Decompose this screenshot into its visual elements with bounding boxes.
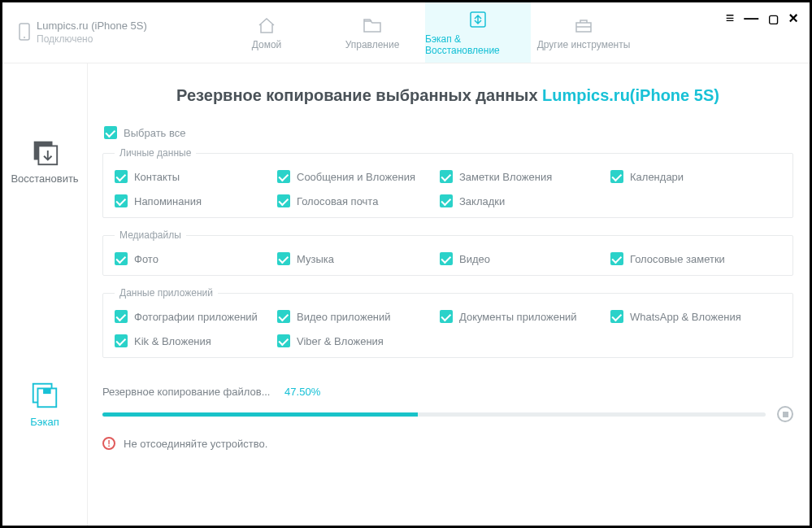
checkbox[interactable] bbox=[115, 170, 128, 183]
nav-backup-restore[interactable]: Бэкап & Восстановление bbox=[425, 2, 531, 63]
app-window: ≡ — ▢ × Lumpics.ru (iPhone 5S) Подключен… bbox=[0, 0, 812, 528]
checkbox[interactable] bbox=[115, 252, 128, 265]
opt-app-photos[interactable]: Фотографии приложений bbox=[115, 310, 277, 323]
checkbox[interactable] bbox=[277, 194, 290, 207]
stop-button[interactable] bbox=[777, 406, 793, 422]
checkbox[interactable] bbox=[440, 310, 453, 323]
opt-label: Напоминания bbox=[134, 195, 202, 207]
group-media-legend: Медиафайлы bbox=[115, 229, 186, 241]
opt-kik[interactable]: Kik & Вложения bbox=[115, 334, 277, 347]
opt-label: WhatsApp & Вложения bbox=[630, 311, 741, 323]
opt-label: Фото bbox=[134, 253, 158, 265]
opt-label: Музыка bbox=[297, 253, 334, 265]
opt-reminders[interactable]: Напоминания bbox=[115, 194, 277, 207]
folder-icon bbox=[362, 15, 383, 36]
warning-row: ! Не отсоединяйте устройство. bbox=[102, 437, 793, 450]
sidebar-restore-label: Восстановить bbox=[11, 172, 78, 185]
progress-text: Резервное копирование файлов... bbox=[102, 386, 270, 398]
checkbox[interactable] bbox=[115, 334, 128, 347]
opt-label: Видео приложений bbox=[297, 311, 391, 323]
maximize-button[interactable]: ▢ bbox=[768, 12, 779, 25]
select-all-label: Выбрать все bbox=[124, 127, 185, 139]
opt-label: Контакты bbox=[134, 171, 180, 183]
checkbox[interactable] bbox=[277, 252, 290, 265]
sidebar: Восстановить Бэкап bbox=[2, 63, 88, 526]
top-nav: Домой Управление Бэкап & Восстановление … bbox=[214, 2, 636, 63]
opt-label: Голосовые заметки bbox=[630, 253, 725, 265]
phone-icon bbox=[19, 23, 30, 43]
checkbox[interactable] bbox=[277, 310, 290, 323]
close-button[interactable]: × bbox=[788, 9, 798, 28]
progress-bar-fill bbox=[102, 412, 418, 417]
opt-photo[interactable]: Фото bbox=[115, 252, 277, 265]
group-apps: Данные приложений Фотографии приложений … bbox=[102, 287, 793, 358]
opt-calendars[interactable]: Календари bbox=[610, 170, 781, 183]
opt-label: Голосовая почта bbox=[297, 195, 378, 207]
device-info: Lumpics.ru (iPhone 5S) Подключено bbox=[2, 2, 214, 63]
sidebar-backup-label: Бэкап bbox=[30, 416, 59, 428]
heading-device: Lumpics.ru(iPhone 5S) bbox=[542, 86, 719, 104]
opt-messages[interactable]: Сообщения и Вложения bbox=[277, 170, 440, 183]
home-icon bbox=[256, 15, 277, 36]
nav-manage[interactable]: Управление bbox=[319, 2, 425, 63]
checkbox[interactable] bbox=[115, 310, 128, 323]
opt-video[interactable]: Видео bbox=[440, 252, 610, 265]
window-controls: ≡ — ▢ × bbox=[726, 9, 798, 28]
body: Восстановить Бэкап Резервное копирование… bbox=[2, 63, 810, 526]
opt-app-docs[interactable]: Документы приложений bbox=[440, 310, 610, 323]
sidebar-backup[interactable]: Бэкап bbox=[29, 380, 60, 428]
opt-voice-memos[interactable]: Голосовые заметки bbox=[610, 252, 781, 265]
nav-home[interactable]: Домой bbox=[214, 2, 319, 63]
group-personal-legend: Личные данные bbox=[115, 147, 196, 159]
device-status: Подключено bbox=[37, 33, 147, 46]
opt-label: Сообщения и Вложения bbox=[297, 171, 415, 183]
heading-prefix: Резервное копирование выбранных данных bbox=[176, 86, 542, 104]
minimize-button[interactable]: — bbox=[744, 10, 758, 27]
checkbox[interactable] bbox=[440, 170, 453, 183]
checkbox[interactable] bbox=[440, 194, 453, 207]
progress-area: Резервное копирование файлов... 47.50% !… bbox=[102, 386, 793, 450]
opt-label: Kik & Вложения bbox=[134, 335, 211, 347]
title-bar: Lumpics.ru (iPhone 5S) Подключено Домой … bbox=[2, 2, 810, 63]
opt-label: Заметки Вложения bbox=[459, 171, 552, 183]
checkbox[interactable] bbox=[277, 170, 290, 183]
opt-music[interactable]: Музыка bbox=[277, 252, 440, 265]
progress-label: Резервное копирование файлов... 47.50% bbox=[102, 386, 793, 398]
progress-bar bbox=[102, 412, 766, 417]
sidebar-restore[interactable]: Восстановить bbox=[11, 137, 78, 185]
opt-label: Видео bbox=[459, 253, 490, 265]
opt-viber[interactable]: Viber & Вложения bbox=[277, 334, 440, 347]
select-all-checkbox[interactable] bbox=[104, 126, 117, 139]
checkbox[interactable] bbox=[115, 194, 128, 207]
opt-label: Закладки bbox=[459, 195, 505, 207]
opt-voicemail[interactable]: Голосовая почта bbox=[277, 194, 440, 207]
device-name: Lumpics.ru (iPhone 5S) bbox=[37, 20, 147, 33]
warning-text: Не отсоединяйте устройство. bbox=[124, 438, 267, 450]
backup-icon bbox=[29, 380, 60, 411]
nav-manage-label: Управление bbox=[345, 39, 400, 50]
toolbox-icon bbox=[573, 15, 594, 36]
opt-notes[interactable]: Заметки Вложения bbox=[440, 170, 610, 183]
select-all-row[interactable]: Выбрать все bbox=[104, 126, 793, 139]
opt-label: Viber & Вложения bbox=[297, 335, 384, 347]
opt-bookmarks[interactable]: Закладки bbox=[440, 194, 610, 207]
opt-contacts[interactable]: Контакты bbox=[115, 170, 277, 183]
page-title: Резервное копирование выбранных данных L… bbox=[102, 86, 793, 105]
checkbox[interactable] bbox=[440, 252, 453, 265]
warning-icon: ! bbox=[102, 437, 115, 450]
checkbox[interactable] bbox=[277, 334, 290, 347]
opt-app-videos[interactable]: Видео приложений bbox=[277, 310, 440, 323]
opt-whatsapp[interactable]: WhatsApp & Вложения bbox=[610, 310, 781, 323]
group-media: Медиафайлы Фото Музыка Видео Голосовые з… bbox=[102, 229, 793, 276]
backup-restore-icon bbox=[467, 9, 489, 30]
nav-tools[interactable]: Другие инструменты bbox=[531, 2, 636, 63]
checkbox[interactable] bbox=[610, 252, 623, 265]
menu-icon[interactable]: ≡ bbox=[726, 10, 735, 27]
opt-label: Календари bbox=[630, 171, 684, 183]
checkbox[interactable] bbox=[610, 170, 623, 183]
progress-percent: 47.50% bbox=[284, 386, 320, 398]
nav-tools-label: Другие инструменты bbox=[537, 39, 631, 50]
group-personal: Личные данные Контакты Сообщения и Вложе… bbox=[102, 147, 793, 218]
checkbox[interactable] bbox=[610, 310, 623, 323]
content: Резервное копирование выбранных данных L… bbox=[88, 63, 810, 526]
